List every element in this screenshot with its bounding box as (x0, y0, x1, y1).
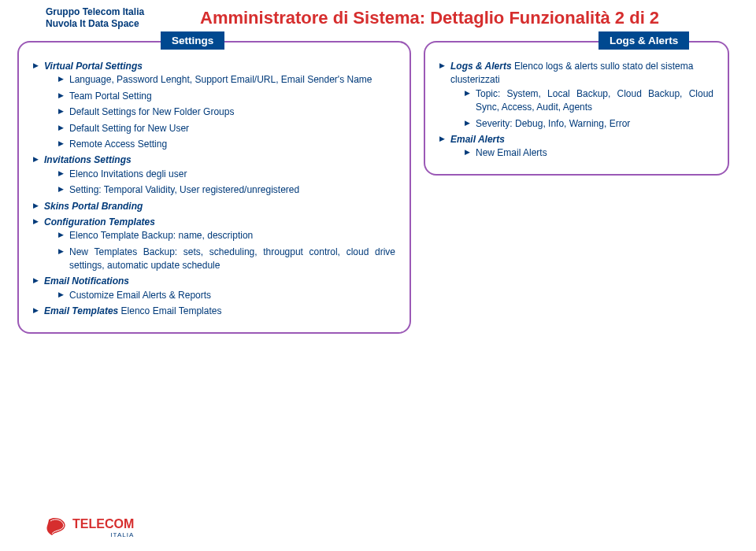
item: Team Portal Setting (58, 90, 395, 103)
brand-line2: Nuvola It Data Space (46, 18, 187, 30)
panel-settings: Settings Virtual Portal Settings Languag… (17, 41, 411, 334)
panel-logs-badge: Logs & Alerts (598, 31, 689, 50)
panel-logs-alerts: Logs & Alerts Logs & Alerts Elenco logs … (424, 41, 729, 176)
content: Settings Virtual Portal Settings Languag… (0, 33, 756, 334)
item: Elenco Template Backup: name, descriptio… (58, 229, 395, 242)
label: Configuration Templates (44, 216, 155, 227)
footer-logo: TELECOM ITALIA (46, 516, 134, 538)
item-skins-portal-branding: Skins Portal Branding (33, 200, 395, 213)
item: Default Setting for New User (58, 122, 395, 135)
brand-line1: Gruppo Telecom Italia (46, 6, 187, 18)
item: New Email Alerts (465, 146, 713, 160)
label-rest: Elenco Email Templates (118, 305, 221, 316)
item: Remote Access Setting (58, 138, 395, 151)
footer-sub: ITALIA (72, 531, 134, 538)
item: Severity: Debug, Info, Warning, Error (465, 117, 713, 131)
label: Invitations Settings (44, 154, 132, 165)
item: Default Settings for New Folder Groups (58, 105, 395, 119)
item-virtual-portal-settings: Virtual Portal Settings Language, Passwo… (33, 60, 395, 151)
logs-tree: Logs & Alerts Elenco logs & alerts sullo… (439, 60, 713, 161)
item-email-alerts: Email Alerts New Email Alerts (439, 133, 713, 161)
panel-settings-badge: Settings (161, 31, 224, 50)
item: Setting: Temporal Validity, User registe… (58, 183, 395, 197)
telecom-logo-icon (46, 516, 68, 538)
label: Email Notifications (44, 276, 129, 287)
item: Elenco Invitations degli user (58, 168, 395, 181)
item-logs-alerts: Logs & Alerts Elenco logs & alerts sullo… (439, 60, 713, 131)
page-title: Amministratore di Sistema: Dettaglio Fun… (200, 8, 659, 28)
header: Gruppo Telecom Italia Nuvola It Data Spa… (0, 0, 756, 33)
item-configuration-templates: Configuration Templates Elenco Template … (33, 216, 395, 273)
label: Virtual Portal Settings (44, 61, 143, 72)
item: Topic: System, Local Backup, Cloud Backu… (465, 87, 713, 115)
item: New Templates Backup: sets, scheduling, … (58, 246, 395, 273)
label: Skins Portal Branding (44, 201, 143, 212)
item: Language, Password Lenght, Support Email… (58, 73, 395, 87)
item: Customize Email Alerts & Reports (58, 289, 395, 302)
footer-brand: TELECOM (72, 517, 134, 531)
item-email-notifications: Email Notifications Customize Email Aler… (33, 275, 395, 302)
label-bold: Logs & Alerts (450, 61, 512, 72)
settings-tree: Virtual Portal Settings Language, Passwo… (33, 60, 395, 319)
label: Email Alerts (450, 134, 505, 145)
brand-block: Gruppo Telecom Italia Nuvola It Data Spa… (46, 6, 187, 30)
label-bold: Email Templates (44, 305, 118, 316)
item-email-templates: Email Templates Elenco Email Templates (33, 305, 395, 318)
item-invitations-settings: Invitations Settings Elenco Invitations … (33, 153, 395, 197)
footer-text: TELECOM ITALIA (72, 517, 134, 538)
